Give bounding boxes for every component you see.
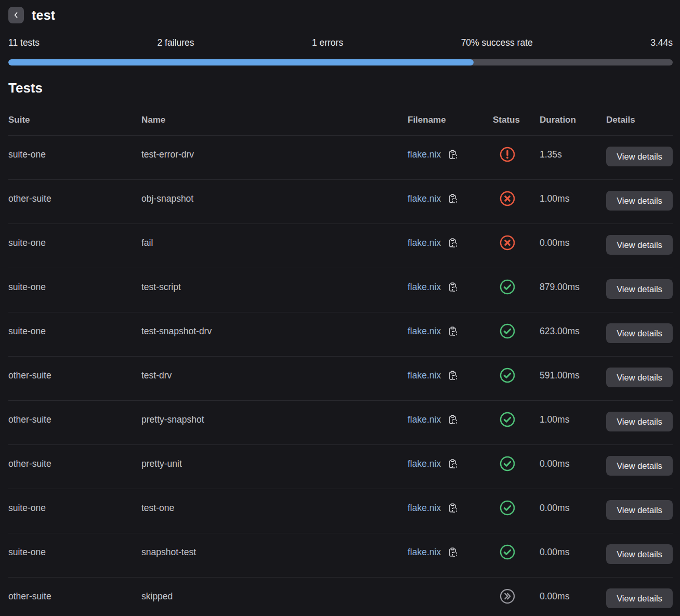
back-button[interactable] — [8, 7, 24, 23]
name-cell: fail — [141, 237, 408, 249]
status-cell — [493, 368, 540, 386]
view-details-button[interactable]: View details — [606, 588, 673, 608]
status-cell — [493, 191, 540, 209]
status-success-icon — [500, 368, 540, 386]
status-cell — [493, 147, 540, 165]
view-details-button[interactable]: View details — [606, 147, 673, 166]
name-cell: test-drv — [141, 369, 408, 382]
filename-link[interactable]: flake.nix — [408, 237, 441, 249]
status-cell — [493, 544, 540, 563]
status-error-icon — [500, 147, 540, 165]
filename-link[interactable]: flake.nix — [408, 546, 441, 558]
duration-cell: 591.00ms — [540, 369, 606, 382]
details-cell: View details — [606, 544, 673, 564]
clipboard-copy-icon — [447, 149, 458, 160]
status-success-icon — [500, 412, 540, 430]
copy-filename-button[interactable] — [447, 238, 458, 248]
suite-cell: suite-one — [8, 281, 141, 293]
copy-filename-button[interactable] — [447, 503, 458, 514]
copy-filename-button[interactable] — [447, 458, 458, 469]
filename-link[interactable]: flake.nix — [408, 369, 441, 382]
view-details-button[interactable]: View details — [606, 323, 673, 343]
duration-cell: 1.35s — [540, 148, 606, 161]
duration-cell: 0.00ms — [540, 546, 606, 558]
view-details-button[interactable]: View details — [606, 368, 673, 387]
details-cell: View details — [606, 456, 673, 476]
view-details-button[interactable]: View details — [606, 456, 673, 476]
name-cell: obj-snapshot — [141, 192, 408, 205]
filename-cell: flake.nix — [408, 546, 493, 558]
view-details-button[interactable]: View details — [606, 500, 673, 520]
details-cell: View details — [606, 279, 673, 299]
suite-cell: suite-one — [8, 148, 141, 161]
copy-filename-button[interactable] — [447, 282, 458, 293]
filename-link[interactable]: flake.nix — [408, 502, 441, 514]
clipboard-copy-icon — [447, 193, 458, 204]
details-cell: View details — [606, 500, 673, 520]
table-row: other-suite pretty-snapshot flake.nix — [8, 401, 673, 445]
table-row: other-suite obj-snapshot flake.nix — [8, 180, 673, 224]
table-row: suite-one test-snapshot-drv flake.nix — [8, 312, 673, 357]
filename-cell: flake.nix — [408, 192, 493, 205]
duration-cell: 0.00ms — [540, 457, 606, 470]
table-header: Suite Name Filename Status Duration Deta… — [8, 115, 673, 136]
status-success-icon — [500, 544, 540, 563]
filename-link[interactable]: flake.nix — [408, 192, 441, 205]
status-success-icon — [500, 500, 540, 519]
status-cell — [493, 279, 540, 298]
view-details-button[interactable]: View details — [606, 412, 673, 431]
details-cell: View details — [606, 191, 673, 211]
copy-filename-button[interactable] — [447, 370, 458, 381]
clipboard-copy-icon — [447, 282, 458, 293]
filename-cell: flake.nix — [408, 502, 493, 514]
duration-cell: 879.00ms — [540, 281, 606, 293]
suite-cell: suite-one — [8, 502, 141, 514]
details-cell: View details — [606, 147, 673, 166]
filename-cell: flake.nix — [408, 237, 493, 249]
status-cell — [493, 588, 540, 607]
table-row: suite-one snapshot-test flake.nix — [8, 533, 673, 578]
duration-cell: 0.00ms — [540, 502, 606, 514]
filename-cell: flake.nix — [408, 413, 493, 426]
filename-link[interactable]: flake.nix — [408, 281, 441, 293]
status-success-icon — [500, 279, 540, 298]
suite-cell: other-suite — [8, 590, 141, 602]
copy-filename-button[interactable] — [447, 149, 458, 160]
page-title: test — [32, 8, 55, 23]
suite-cell: suite-one — [8, 546, 141, 558]
status-cell — [493, 235, 540, 254]
duration-cell: 623.00ms — [540, 325, 606, 337]
table-row: suite-one fail flake.nix — [8, 224, 673, 268]
table-row: suite-one test-script flake.nix — [8, 268, 673, 312]
view-details-button[interactable]: View details — [606, 279, 673, 299]
clipboard-copy-icon — [447, 326, 458, 337]
copy-filename-button[interactable] — [447, 326, 458, 337]
details-cell: View details — [606, 235, 673, 255]
filename-link[interactable]: flake.nix — [408, 413, 441, 426]
filename-link[interactable]: flake.nix — [408, 325, 441, 337]
duration-cell: 0.00ms — [540, 237, 606, 249]
filename-link[interactable]: flake.nix — [408, 457, 441, 470]
name-cell: pretty-unit — [141, 457, 408, 470]
filename-cell: flake.nix — [408, 369, 493, 382]
table-row: other-suite pretty-unit flake.nix — [8, 445, 673, 489]
view-details-button[interactable]: View details — [606, 544, 673, 564]
clipboard-copy-icon — [447, 458, 458, 469]
view-details-button[interactable]: View details — [606, 235, 673, 255]
copy-filename-button[interactable] — [447, 547, 458, 558]
clipboard-copy-icon — [447, 238, 458, 248]
column-header-status: Status — [493, 115, 540, 125]
column-header-suite: Suite — [8, 115, 141, 125]
view-details-button[interactable]: View details — [606, 191, 673, 211]
suite-cell: suite-one — [8, 237, 141, 249]
details-cell: View details — [606, 588, 673, 608]
status-success-icon — [500, 323, 540, 342]
status-failure-icon — [500, 235, 540, 254]
filename-link[interactable]: flake.nix — [408, 148, 441, 161]
copy-filename-button[interactable] — [447, 193, 458, 204]
copy-filename-button[interactable] — [447, 414, 458, 425]
stat-failures: 2 failures — [157, 37, 194, 48]
status-cell — [493, 323, 540, 342]
suite-cell: other-suite — [8, 457, 141, 470]
name-cell: test-one — [141, 502, 408, 514]
